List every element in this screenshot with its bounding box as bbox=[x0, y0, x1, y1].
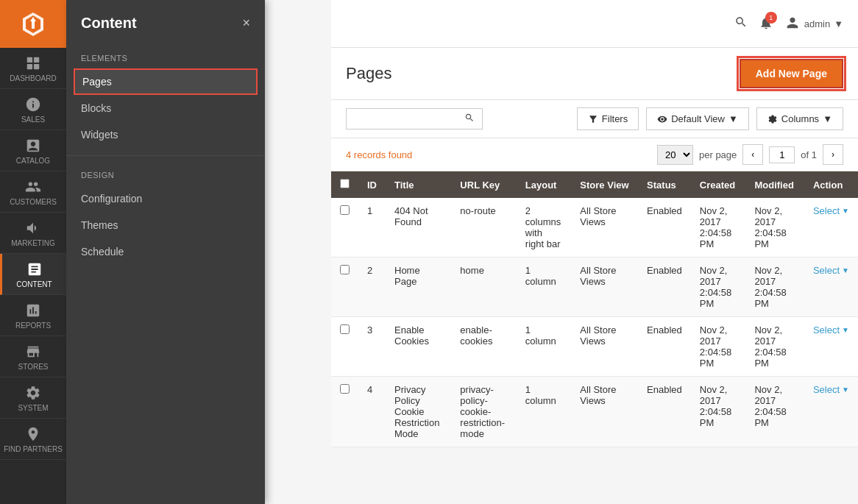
sidebar-item-label: SYSTEM bbox=[18, 404, 48, 412]
row-title: 404 Not Found bbox=[386, 198, 451, 258]
col-created: Created bbox=[691, 171, 746, 198]
search-input[interactable] bbox=[354, 113, 464, 124]
col-store-view: Store View bbox=[571, 171, 638, 198]
sidebar-item-customers[interactable]: CUSTOMERS bbox=[0, 171, 66, 213]
row-select-button[interactable]: Select ▼ bbox=[813, 265, 849, 276]
row-action: Select ▼ bbox=[804, 377, 858, 447]
row-checkbox[interactable] bbox=[340, 265, 350, 274]
row-created: Nov 2, 2017 2:04:58 PM bbox=[691, 198, 746, 258]
prev-page-button[interactable]: ‹ bbox=[742, 144, 763, 165]
row-checkbox[interactable] bbox=[340, 324, 350, 334]
columns-button[interactable]: Columns ▼ bbox=[756, 107, 843, 130]
svg-rect-1 bbox=[34, 57, 39, 63]
sidebar-item-label: MARKETING bbox=[11, 239, 54, 247]
sidebar-item-label: STORES bbox=[18, 363, 49, 371]
view-label: Default View bbox=[671, 113, 725, 124]
row-checkbox[interactable] bbox=[340, 205, 350, 215]
notification-badge: 1 bbox=[765, 12, 777, 24]
page-header: Pages Add New Page bbox=[331, 48, 858, 100]
design-section-label: Design bbox=[66, 163, 265, 185]
table-row: 4 Privacy Policy Cookie Restriction Mode… bbox=[331, 377, 858, 447]
col-layout: Layout bbox=[517, 171, 572, 198]
row-store-view: All Store Views bbox=[571, 317, 638, 377]
sidebar-item-label: FIND PARTNERS bbox=[4, 445, 63, 453]
per-page-label: per page bbox=[699, 149, 737, 160]
page-title: Pages bbox=[346, 64, 391, 83]
search-icon[interactable] bbox=[734, 15, 748, 32]
menu-item-blocks[interactable]: Blocks bbox=[66, 95, 265, 121]
row-id: 2 bbox=[358, 258, 386, 317]
admin-user-menu[interactable]: admin ▼ bbox=[784, 15, 843, 33]
row-action: Select ▼ bbox=[804, 317, 858, 377]
row-created: Nov 2, 2017 2:04:58 PM bbox=[691, 317, 746, 377]
sidebar-item-reports[interactable]: REPORTS bbox=[0, 295, 66, 336]
select-all-checkbox[interactable] bbox=[340, 179, 350, 188]
total-pages-label: of 1 bbox=[801, 149, 817, 160]
row-url-key: enable-cookies bbox=[451, 317, 516, 377]
row-modified: Nov 2, 2017 2:04:58 PM bbox=[745, 377, 804, 447]
row-created: Nov 2, 2017 2:04:58 PM bbox=[691, 258, 746, 317]
left-nav: DASHBOARD SALES CATALOG CUSTOMERS MARKET… bbox=[0, 0, 66, 504]
sidebar-item-stores[interactable]: STORES bbox=[0, 336, 66, 377]
content-menu-panel: Content × Elements Pages Blocks Widgets … bbox=[66, 0, 265, 504]
row-layout: 2 columns with right bar bbox=[517, 198, 572, 258]
sidebar-item-system[interactable]: SYSTEM bbox=[0, 377, 66, 419]
search-box bbox=[346, 108, 483, 129]
row-title: Privacy Policy Cookie Restriction Mode bbox=[386, 377, 451, 447]
overlay-close-button[interactable]: × bbox=[242, 15, 250, 31]
sidebar-item-dashboard[interactable]: DASHBOARD bbox=[0, 48, 66, 89]
menu-item-widgets[interactable]: Widgets bbox=[66, 121, 265, 148]
columns-dropdown-icon: ▼ bbox=[823, 113, 832, 124]
row-select-button[interactable]: Select ▼ bbox=[813, 205, 849, 216]
overlay-section-elements: Elements Pages Blocks Widgets bbox=[66, 46, 265, 148]
sidebar-item-sales[interactable]: SALES bbox=[0, 89, 66, 130]
sidebar-item-marketing[interactable]: MARKETING bbox=[0, 213, 66, 254]
top-bar: 1 admin ▼ bbox=[331, 0, 858, 48]
sidebar-item-content[interactable]: CONTENT bbox=[0, 254, 66, 295]
row-store-view: All Store Views bbox=[571, 258, 638, 317]
sidebar-item-label: CUSTOMERS bbox=[10, 198, 57, 206]
add-new-page-button[interactable]: Add New Page bbox=[740, 59, 843, 88]
row-title: Home Page bbox=[386, 258, 451, 317]
default-view-button[interactable]: Default View ▼ bbox=[646, 107, 749, 130]
menu-item-schedule[interactable]: Schedule bbox=[66, 238, 265, 265]
svg-rect-3 bbox=[34, 64, 39, 69]
elements-section-label: Elements bbox=[66, 46, 265, 68]
row-id: 1 bbox=[358, 198, 386, 258]
view-dropdown-icon: ▼ bbox=[728, 113, 738, 124]
row-url-key: home bbox=[451, 258, 516, 317]
columns-label: Columns bbox=[781, 113, 819, 124]
admin-dropdown-icon: ▼ bbox=[834, 18, 843, 29]
notifications-bell[interactable]: 1 bbox=[759, 15, 773, 32]
row-select-button[interactable]: Select ▼ bbox=[813, 324, 849, 336]
row-checkbox[interactable] bbox=[340, 384, 350, 394]
filters-button[interactable]: Filters bbox=[577, 107, 639, 130]
pagination-bar: 4 records found 20 30 50 per page ‹ of 1… bbox=[331, 138, 858, 171]
menu-item-themes[interactable]: Themes bbox=[66, 212, 265, 238]
row-select-button[interactable]: Select ▼ bbox=[813, 384, 849, 395]
nav-logo[interactable] bbox=[0, 0, 66, 48]
menu-item-pages[interactable]: Pages bbox=[74, 68, 258, 95]
admin-avatar-icon bbox=[784, 15, 801, 33]
col-checkbox bbox=[331, 171, 358, 198]
search-submit-button[interactable] bbox=[464, 113, 475, 125]
menu-item-configuration[interactable]: Configuration bbox=[66, 185, 265, 212]
page-number-input[interactable] bbox=[769, 146, 795, 163]
row-checkbox-cell bbox=[331, 377, 358, 447]
per-page-select[interactable]: 20 30 50 bbox=[657, 145, 693, 165]
sidebar-item-catalog[interactable]: CATALOG bbox=[0, 130, 66, 171]
next-page-button[interactable]: › bbox=[823, 144, 843, 165]
row-id: 4 bbox=[358, 377, 386, 447]
row-status: Enabled bbox=[638, 377, 691, 447]
pages-table: ID Title URL Key Layout Store View Statu… bbox=[331, 171, 858, 447]
overlay-section-design: Design Configuration Themes Schedule bbox=[66, 163, 265, 265]
table-row: 1 404 Not Found no-route 2 columns with … bbox=[331, 198, 858, 258]
col-id: ID bbox=[358, 171, 386, 198]
toolbar: Filters Default View ▼ Columns ▼ bbox=[331, 100, 858, 138]
row-action: Select ▼ bbox=[804, 198, 858, 258]
row-id: 3 bbox=[358, 317, 386, 377]
sidebar-item-label: REPORTS bbox=[15, 322, 51, 330]
row-url-key: no-route bbox=[451, 198, 516, 258]
row-modified: Nov 2, 2017 2:04:58 PM bbox=[745, 317, 804, 377]
sidebar-item-find-partners[interactable]: FIND PARTNERS bbox=[0, 419, 66, 460]
